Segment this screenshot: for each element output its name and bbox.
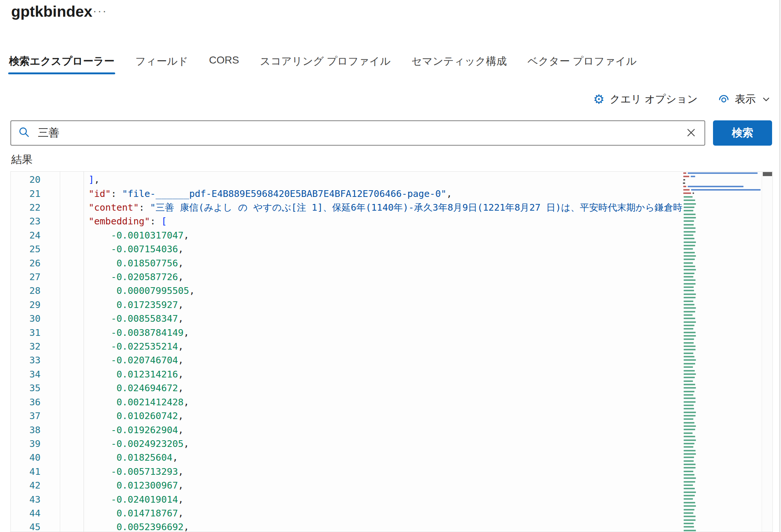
line-number: 43 xyxy=(11,494,40,505)
code-line: 33 -0.020746704, xyxy=(11,353,772,367)
line-number: 39 xyxy=(11,438,40,449)
code-line: 45 0.0052396692, xyxy=(11,520,772,532)
code-line: 22 "content": "三善 康信(みよし の やすのぶ[注 1]、保延6… xyxy=(11,201,772,214)
minimap-line xyxy=(684,255,696,257)
code-text: 0.014718767, xyxy=(66,508,184,519)
view-label: 表示 xyxy=(735,92,756,106)
line-number: 44 xyxy=(11,508,40,519)
minimap-line xyxy=(683,172,686,174)
search-input[interactable] xyxy=(38,127,683,139)
minimap-line xyxy=(684,436,695,437)
line-number: 31 xyxy=(11,327,40,338)
code-line: 38 -0.019262904, xyxy=(11,423,772,437)
code-text: -0.0038784149, xyxy=(66,327,189,338)
query-options-button[interactable]: ⚙︎ クエリ オプション xyxy=(593,92,698,106)
minimap-line xyxy=(684,373,696,375)
minimap-line xyxy=(683,186,686,187)
code-lines: 20 ],21 "id": "file-______pdf-E4B889E596… xyxy=(11,173,772,532)
line-number: 33 xyxy=(11,355,40,366)
minimap-line xyxy=(684,227,696,229)
code-line: 42 0.012300967, xyxy=(11,479,772,492)
minimap-line xyxy=(684,297,696,298)
minimap-line xyxy=(684,266,695,267)
code-text: -0.007154036, xyxy=(66,244,184,254)
minimap-line xyxy=(688,186,743,187)
minimap-line xyxy=(684,346,696,347)
line-number: 30 xyxy=(11,313,40,324)
code-text: -0.005713293, xyxy=(66,466,184,477)
results-label: 結果 xyxy=(11,152,33,167)
minimap-line xyxy=(684,401,696,403)
code-text: -0.020587726, xyxy=(66,272,184,282)
minimap-line xyxy=(684,484,693,486)
line-number: 21 xyxy=(11,188,40,199)
results-json-editor[interactable]: 20 ],21 "id": "file-______pdf-E4B889E596… xyxy=(10,171,773,532)
minimap-line xyxy=(684,293,696,295)
code-line: 30 -0.008558347, xyxy=(11,312,772,325)
minimap-line xyxy=(684,241,696,243)
minimap-line xyxy=(684,217,696,218)
clear-search-button[interactable] xyxy=(683,125,699,141)
minimap-line xyxy=(684,304,694,305)
tab-vector-profiles[interactable]: ベクター プロファイル xyxy=(527,54,638,74)
minimap-line xyxy=(684,415,696,416)
minimap[interactable] xyxy=(683,172,762,532)
minimap-line xyxy=(684,477,696,479)
line-number: 34 xyxy=(11,369,40,380)
minimap-line xyxy=(684,276,693,278)
minimap-line xyxy=(684,412,696,413)
minimap-line xyxy=(684,196,693,198)
minimap-line xyxy=(684,279,696,281)
minimap-line xyxy=(684,328,693,330)
tab-search-explorer[interactable]: 検索エクスプローラー xyxy=(8,54,115,74)
tab-cors[interactable]: CORS xyxy=(208,54,240,74)
line-number: 22 xyxy=(11,202,40,213)
minimap-line xyxy=(684,290,694,291)
code-text: -0.020746704, xyxy=(66,355,184,366)
code-text: 0.010260742, xyxy=(66,411,184,421)
tab-scoring-profiles[interactable]: スコアリング プロファイル xyxy=(259,54,391,74)
scrollbar-thumb[interactable] xyxy=(763,172,772,176)
code-text: -0.022535214, xyxy=(66,341,184,352)
code-text: 0.00007995505, xyxy=(66,285,195,296)
line-number: 25 xyxy=(11,244,40,254)
minimap-line xyxy=(684,370,695,372)
minimap-line xyxy=(684,439,696,441)
tab-fields[interactable]: フィールド xyxy=(135,54,189,74)
minimap-line xyxy=(684,530,696,531)
minimap-line xyxy=(684,200,695,201)
minimap-line xyxy=(684,353,693,354)
minimap-line xyxy=(684,492,696,493)
query-toolbar: ⚙︎ クエリ オプション 表示 xyxy=(593,92,771,106)
chevron-down-icon xyxy=(761,94,771,104)
code-line: 23 "embedding": [ xyxy=(11,214,772,228)
minimap-line xyxy=(684,502,695,503)
code-text: 0.017235927, xyxy=(66,299,184,310)
code-line: 24 -0.0010317047, xyxy=(11,228,772,242)
minimap-line xyxy=(684,283,696,285)
code-line: 44 0.014718767, xyxy=(11,506,772,520)
minimap-line xyxy=(684,269,696,270)
minimap-line xyxy=(684,453,696,455)
code-text: -0.0024923205, xyxy=(66,438,189,449)
close-icon xyxy=(686,127,697,139)
minimap-line xyxy=(684,391,694,392)
minimap-line xyxy=(684,380,693,382)
code-text: 0.01825604, xyxy=(66,452,178,463)
code-line: 43 -0.024019014, xyxy=(11,492,772,506)
code-line: 29 0.017235927, xyxy=(11,298,772,312)
line-number: 36 xyxy=(11,397,40,408)
minimap-line xyxy=(683,189,690,191)
minimap-line xyxy=(683,179,685,181)
search-button[interactable]: 検索 xyxy=(713,120,772,146)
minimap-line xyxy=(684,286,694,288)
more-options-button[interactable]: ··· xyxy=(93,4,107,17)
minimap-line xyxy=(684,405,694,406)
vertical-scrollbar[interactable] xyxy=(762,172,773,532)
view-button[interactable]: 表示 xyxy=(718,92,771,106)
tab-bar: 検索エクスプローラー フィールド CORS スコアリング プロファイル セマンテ… xyxy=(8,54,637,74)
minimap-line xyxy=(684,220,694,222)
tab-semantic-configuration[interactable]: セマンティック構成 xyxy=(411,54,508,74)
minimap-line xyxy=(684,481,695,483)
code-text: 0.0052396692, xyxy=(66,522,189,532)
